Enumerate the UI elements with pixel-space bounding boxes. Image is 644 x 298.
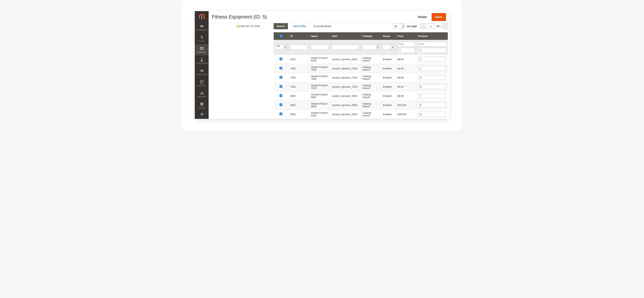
col-header-name[interactable]: Name xyxy=(309,32,330,40)
position-input[interactable] xyxy=(418,84,446,89)
cell-name: Simple Product 7802 xyxy=(309,64,330,73)
reset-filter-link[interactable]: Reset Filter xyxy=(293,25,306,28)
nav-label: SALES xyxy=(199,40,205,42)
cell-id: 6602 xyxy=(288,100,309,110)
row-checkbox[interactable] xyxy=(280,76,282,79)
table-row[interactable]: 6302Simple Product 6302product_dynamic_6… xyxy=(274,110,448,119)
row-checkbox[interactable] xyxy=(280,113,282,115)
filter-sku-input[interactable] xyxy=(332,45,359,50)
cell-price: $5.00 xyxy=(396,82,416,91)
table-row[interactable]: 7802Simple Product 7802product_dynamic_7… xyxy=(274,64,448,73)
tree-item-label: Sale (ID: 37) (104) xyxy=(240,25,260,27)
row-checkbox[interactable] xyxy=(280,85,282,88)
filter-price-from-input[interactable] xyxy=(397,42,415,47)
cell-status: Enabled xyxy=(381,55,396,64)
folder-icon xyxy=(237,25,240,27)
cell-visibility: Catalog, Search xyxy=(360,73,381,82)
row-checkbox[interactable] xyxy=(280,94,282,97)
position-input[interactable] xyxy=(418,102,446,107)
select-all-checkbox[interactable] xyxy=(280,34,282,37)
filter-position-from-input[interactable] xyxy=(418,42,446,47)
col-header-sku[interactable]: SKU xyxy=(330,32,360,40)
nav-label: CONTENT xyxy=(197,84,206,86)
nav-reports[interactable]: REPORTS xyxy=(195,89,208,100)
cell-sku: product_dynamic_7502 xyxy=(330,73,360,82)
cell-sku: product_dynamic_7202 xyxy=(330,82,360,91)
person-icon xyxy=(200,58,203,62)
page-of-label: of 1 xyxy=(436,25,440,28)
sort-asc-icon: ↑ xyxy=(306,34,307,37)
page-input[interactable] xyxy=(428,23,435,29)
row-checkbox[interactable] xyxy=(280,58,282,60)
category-tree: └ Sale (ID: 37) (104) xyxy=(208,23,274,119)
prev-page-button[interactable]: ‹ xyxy=(420,23,426,29)
magento-logo-icon[interactable] xyxy=(198,14,205,20)
cell-price: $329.00 xyxy=(396,110,416,119)
col-header-status[interactable]: Status xyxy=(381,32,396,40)
col-header-visibility[interactable]: Visibility xyxy=(360,32,381,40)
page-title: Fitness Equipment (ID: 5) xyxy=(212,14,415,20)
cell-name: Simple Product 6902 xyxy=(309,91,330,100)
cell-sku: product_dynamic_6302 xyxy=(330,110,360,119)
nav-sales[interactable]: $SALES xyxy=(195,33,208,44)
cell-id: 7202 xyxy=(288,82,309,91)
filter-row: Yes▼ ▼ ▼ xyxy=(274,40,448,55)
chevron-down-icon[interactable]: ▼ xyxy=(391,45,394,50)
next-page-button[interactable]: › xyxy=(442,23,448,29)
cell-id: 7802 xyxy=(288,64,309,73)
nav-dashboard[interactable]: DASHBOARD xyxy=(195,22,208,33)
cell-visibility: Catalog, Search xyxy=(360,91,381,100)
tree-item-sale[interactable]: └ Sale (ID: 37) (104) xyxy=(235,24,274,28)
position-input[interactable] xyxy=(418,66,446,71)
dollar-icon: $ xyxy=(201,35,203,39)
position-input[interactable] xyxy=(418,93,446,98)
table-row[interactable]: 6602Simple Product 6602product_dynamic_6… xyxy=(274,100,448,110)
cell-sku: product_dynamic_7802 xyxy=(330,64,360,73)
row-checkbox[interactable] xyxy=(280,103,282,106)
chevron-down-icon[interactable]: ▼ xyxy=(284,45,287,50)
save-button[interactable]: Save xyxy=(432,13,446,21)
nav-customers[interactable]: CUSTOMERS xyxy=(195,55,208,66)
table-row[interactable]: 8102Simple Product 8102product_dynamic_8… xyxy=(274,55,448,64)
cell-status: Enabled xyxy=(381,73,396,82)
gear-icon[interactable] xyxy=(200,112,204,117)
filter-in-category-select[interactable]: Yes xyxy=(275,45,284,50)
filter-price-to-input[interactable] xyxy=(397,48,415,53)
position-input[interactable] xyxy=(418,57,446,62)
search-button[interactable]: Search xyxy=(274,23,288,29)
chevron-down-icon[interactable]: ▼ xyxy=(376,45,379,50)
nav-label: STORES xyxy=(198,107,206,109)
table-header-row: ID↑ Name SKU Visibility Status Price Pos… xyxy=(274,32,448,40)
admin-sidebar: DASHBOARD$SALESCATALOGCUSTOMERSMARKETING… xyxy=(195,11,208,119)
col-header-id[interactable]: ID↑ xyxy=(288,32,309,40)
records-found-text: 8 records found xyxy=(314,25,331,28)
row-checkbox[interactable] xyxy=(280,67,282,69)
bars-icon xyxy=(200,91,204,95)
nav-content[interactable]: CONTENT xyxy=(195,77,208,89)
table-row[interactable]: 6902Simple Product 6902product_dynamic_6… xyxy=(274,91,448,100)
filter-name-input[interactable] xyxy=(311,45,329,50)
delete-button[interactable]: Delete xyxy=(415,13,430,21)
position-input[interactable] xyxy=(418,75,446,80)
chevron-down-icon[interactable]: ▼ xyxy=(402,23,405,29)
col-header-price[interactable]: Price xyxy=(396,32,416,40)
filter-status-select[interactable] xyxy=(382,45,391,50)
cell-sku: product_dynamic_6902 xyxy=(330,91,360,100)
cell-visibility: Catalog, Search xyxy=(360,110,381,119)
filter-position-to-input[interactable] xyxy=(418,48,446,53)
nav-catalog[interactable]: CATALOG xyxy=(195,44,208,55)
cell-visibility: Catalog, Search xyxy=(360,64,381,73)
cell-price: $1.00 xyxy=(396,64,416,73)
nav-label: MARKETING xyxy=(196,73,207,75)
cell-visibility: Catalog, Search xyxy=(360,82,381,91)
filter-id-input[interactable] xyxy=(290,45,308,50)
nav-marketing[interactable]: MARKETING xyxy=(195,66,208,77)
filter-visibility-select[interactable] xyxy=(362,45,376,50)
col-header-position[interactable]: Position xyxy=(416,32,448,40)
nav-stores[interactable]: STORES xyxy=(195,100,208,111)
per-page-select[interactable] xyxy=(393,23,402,29)
table-row[interactable]: 7202Simple Product 7202product_dynamic_7… xyxy=(274,82,448,91)
cell-status: Enabled xyxy=(381,91,396,100)
table-row[interactable]: 7502Simple Product 7502product_dynamic_7… xyxy=(274,73,448,82)
position-input[interactable] xyxy=(418,112,446,117)
